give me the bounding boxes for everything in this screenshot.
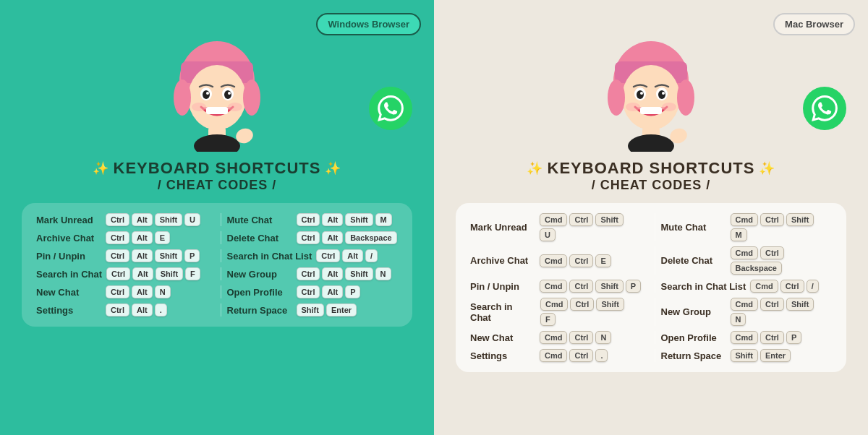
shortcut-col-right: Delete ChatCmdCtrlBackspace: [661, 246, 833, 275]
svg-point-28: [626, 103, 640, 111]
shortcut-label: Mark Unread: [36, 215, 101, 225]
key-badge: Cmd: [540, 280, 567, 293]
shortcut-col-left: New ChatCmdCtrlN: [470, 331, 642, 344]
key-badge: F: [540, 313, 556, 326]
key-badge: Ctrl: [297, 231, 320, 244]
key-badge: F: [185, 267, 200, 280]
shortcut-col-right: Search in Chat ListCmdCtrl/: [661, 280, 833, 293]
shortcut-keys: CmdCtrlN: [540, 331, 611, 344]
key-badge: Shift: [786, 298, 814, 311]
spark-right-mac: ✨: [759, 160, 775, 176]
shortcut-col-right: Return SpaceShiftEnter: [661, 349, 833, 362]
svg-point-33: [677, 79, 694, 116]
shortcut-row: Mark UnreadCmdCtrlShiftUMute ChatCmdCtrl…: [470, 213, 832, 241]
key-badge: Ctrl: [297, 267, 320, 280]
shortcut-keys: CtrlAltShiftM: [297, 213, 392, 226]
spark-right: ✨: [325, 160, 341, 176]
shortcut-label: Settings: [470, 350, 535, 361]
shortcut-label: Search in Chat: [470, 301, 536, 323]
shortcut-keys: CtrlAltE: [106, 231, 170, 244]
svg-point-31: [628, 134, 674, 152]
shortcut-col-right: New GroupCmdCtrlShiftN: [661, 298, 833, 326]
key-badge: Alt: [322, 231, 343, 244]
shortcut-keys: CmdCtrl/: [750, 280, 818, 293]
shortcut-row: New ChatCtrlAltNOpen ProfileCtrlAltP: [36, 285, 398, 298]
title-line2-mac: / CHEAT CODES /: [592, 178, 711, 193]
svg-point-13: [194, 134, 240, 152]
key-badge: M: [731, 228, 747, 241]
svg-point-5: [203, 90, 210, 99]
shortcut-keys: CtrlAltP: [297, 285, 361, 298]
key-badge: Cmd: [731, 298, 758, 311]
svg-point-6: [224, 90, 231, 99]
svg-point-25: [640, 92, 643, 95]
shortcut-keys: CtrlAltBackspace: [297, 231, 397, 244]
shortcut-label: Archive Chat: [36, 233, 101, 244]
mac-panel: Mac Browser: [434, 0, 868, 435]
key-badge: Ctrl: [106, 213, 129, 226]
shortcut-label: Mute Chat: [227, 215, 292, 225]
shortcut-label: Settings: [36, 305, 101, 316]
column-divider: [221, 303, 221, 316]
shortcut-keys: CmdCtrlBackspace: [731, 246, 833, 275]
key-badge: E: [155, 231, 170, 244]
key-badge: Shift: [155, 213, 182, 226]
key-badge: Alt: [132, 285, 153, 298]
shortcut-keys: CtrlAlt.: [106, 303, 167, 316]
key-badge: E: [595, 254, 610, 267]
spark-left-mac: ✨: [527, 160, 543, 176]
key-badge: Cmd: [540, 254, 567, 267]
key-badge: Shift: [345, 267, 373, 280]
shortcut-label: Delete Chat: [661, 255, 726, 266]
shortcut-col-left: SettingsCtrlAlt.: [36, 303, 208, 316]
key-badge: Backspace: [731, 262, 783, 275]
key-badge: Shift: [786, 213, 814, 226]
key-badge: Ctrl: [569, 331, 593, 344]
key-badge: Ctrl: [569, 254, 593, 267]
key-badge: Cmd: [540, 349, 567, 362]
key-badge: M: [375, 213, 392, 226]
key-badge: Ctrl: [760, 331, 784, 344]
svg-point-11: [228, 103, 242, 111]
key-badge: P: [626, 280, 641, 293]
shortcut-col-left: Mark UnreadCtrlAltShiftU: [36, 213, 208, 226]
key-badge: Ctrl: [106, 249, 129, 262]
key-badge: Cmd: [540, 298, 568, 311]
key-badge: Cmd: [540, 213, 567, 226]
shortcut-keys: CmdCtrlE: [540, 254, 611, 267]
whatsapp-icon-windows: [369, 87, 412, 130]
key-badge: /: [807, 280, 819, 293]
key-badge: Shift: [595, 213, 623, 226]
shortcut-row: SettingsCtrlAlt.Return SpaceShiftEnter: [36, 303, 398, 316]
shortcut-keys: CtrlAltShiftF: [106, 267, 200, 280]
key-badge: Shift: [345, 213, 373, 226]
shortcut-row: Archive ChatCtrlAltEDelete ChatCtrlAltBa…: [36, 231, 398, 244]
key-badge: Ctrl: [780, 280, 804, 293]
key-badge: Ctrl: [106, 303, 129, 316]
shortcut-col-right: Delete ChatCtrlAltBackspace: [227, 231, 399, 244]
shortcut-col-right: Return SpaceShiftEnter: [227, 303, 399, 316]
svg-point-15: [243, 79, 260, 116]
shortcut-col-left: Pin / UnpinCmdCtrlShiftP: [470, 280, 642, 293]
shortcut-keys: CmdCtrlShiftP: [540, 280, 641, 293]
shortcut-label: Delete Chat: [227, 233, 292, 244]
key-badge: Enter: [760, 349, 791, 362]
shortcut-row: Archive ChatCmdCtrlEDelete ChatCmdCtrlBa…: [470, 246, 832, 275]
column-divider: [655, 246, 655, 275]
shortcut-keys: CmdCtrlShiftN: [731, 298, 833, 326]
key-badge: Ctrl: [760, 298, 784, 311]
avatar-mac: [593, 14, 709, 152]
title-windows: ✨ KEYBOARD SHORTCUTS ✨ / CHEAT CODES /: [93, 159, 342, 193]
shortcut-label: New Group: [227, 269, 292, 280]
shortcut-keys: CtrlAltShiftU: [106, 213, 200, 226]
column-divider: [221, 267, 221, 280]
key-badge: Alt: [132, 303, 153, 316]
shortcut-label: New Chat: [36, 287, 101, 298]
shortcut-label: Return Space: [661, 350, 726, 361]
svg-point-2: [188, 65, 246, 130]
key-badge: Cmd: [750, 280, 778, 293]
key-badge: U: [540, 228, 556, 241]
shortcut-col-left: New ChatCtrlAltN: [36, 285, 208, 298]
key-badge: Cmd: [540, 331, 567, 344]
key-badge: Shift: [156, 267, 183, 280]
